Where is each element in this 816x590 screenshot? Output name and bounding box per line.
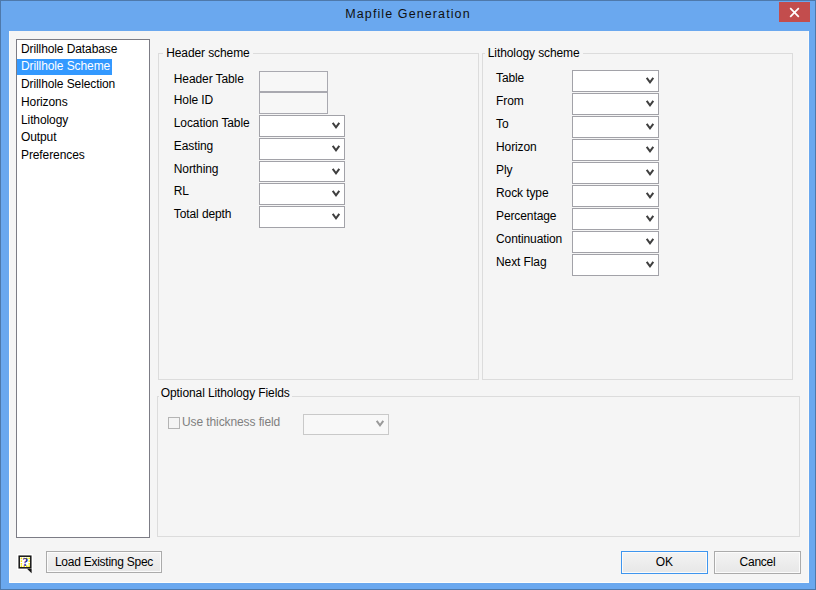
svg-text:?: ?: [23, 556, 29, 568]
